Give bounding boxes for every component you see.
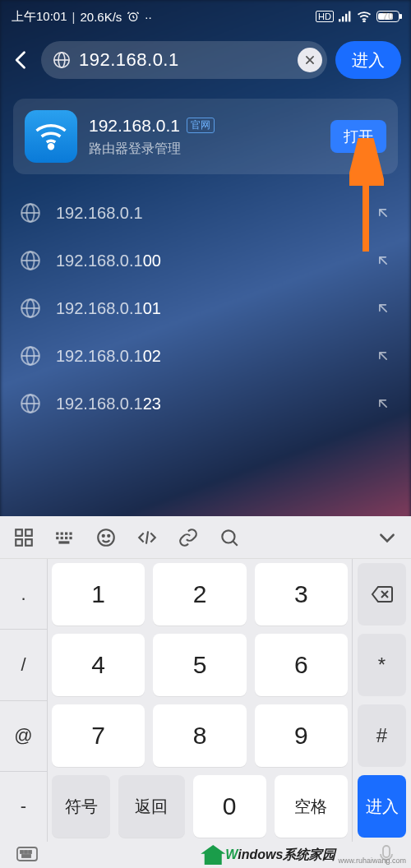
numeric-keyboard: ./@- 123456789 符号 返回 0 空格 * # 进入 [0, 516, 411, 868]
address-bar-row: 192.168.0.1 进入 [0, 33, 411, 87]
enter-key-side[interactable]: 进入 [358, 775, 406, 838]
status-bar: 上午10:01 | 20.6K/s ·· HD 70 [0, 0, 411, 33]
fill-arrow-icon[interactable] [375, 395, 391, 412]
watermark: Windows系统家园 www.ruhaiwang.com [201, 845, 406, 865]
official-badge: 官网 [187, 118, 215, 133]
suggestion-item[interactable]: 192.168.0.100 [0, 237, 411, 284]
num-key-3[interactable]: 3 [255, 563, 348, 626]
signal-icon [339, 11, 352, 22]
num-key-2[interactable]: 2 [153, 563, 246, 626]
app-result-title: 192.168.0.1 [89, 116, 180, 136]
globe-icon [20, 202, 41, 224]
svg-rect-25 [61, 532, 63, 534]
keyboard-toolbar [0, 516, 411, 559]
svg-rect-39 [25, 851, 27, 853]
symbols-key[interactable]: 符号 [52, 775, 110, 838]
svg-point-35 [108, 534, 109, 536]
close-icon [304, 54, 316, 66]
backspace-key[interactable] [358, 563, 406, 626]
keyboard-layout-icon[interactable] [54, 527, 76, 548]
battery-indicator: 70 [376, 11, 399, 22]
hash-key[interactable]: # [358, 704, 406, 767]
fill-arrow-icon[interactable] [375, 205, 391, 221]
keyboard-switch-icon[interactable] [16, 847, 38, 863]
svg-rect-4 [349, 12, 350, 22]
globe-icon [53, 51, 71, 69]
svg-rect-2 [342, 16, 344, 21]
status-net-speed: 20.6K/s [80, 10, 122, 24]
app-result-card[interactable]: 192.168.0.1 官网 路由器登录管理 打开 [13, 99, 398, 174]
chevron-down-icon[interactable] [376, 527, 398, 548]
open-button[interactable]: 打开 [330, 120, 386, 153]
suggestion-item[interactable]: 192.168.0.1 [0, 189, 411, 237]
num-key-0[interactable]: 0 [193, 775, 266, 838]
address-field[interactable]: 192.168.0.1 [41, 41, 327, 79]
grid-icon[interactable] [13, 527, 35, 548]
num-key-5[interactable]: 5 [153, 634, 246, 696]
fill-arrow-icon[interactable] [375, 252, 391, 269]
svg-rect-29 [61, 536, 63, 538]
punct-key[interactable]: . [0, 559, 47, 630]
svg-rect-20 [16, 529, 22, 536]
svg-rect-21 [25, 529, 32, 536]
more-dots: ·· [145, 10, 151, 24]
svg-rect-32 [58, 541, 69, 543]
svg-rect-24 [56, 532, 58, 534]
globe-icon [20, 250, 41, 271]
svg-rect-31 [69, 536, 72, 538]
app-result-subtitle: 路由器登录管理 [89, 141, 319, 158]
num-key-4[interactable]: 4 [52, 634, 145, 696]
star-key[interactable]: * [358, 634, 406, 696]
suggestion-item[interactable]: 192.168.0.123 [0, 380, 411, 427]
svg-point-5 [363, 21, 365, 22]
svg-rect-41 [22, 855, 30, 857]
svg-rect-40 [29, 851, 31, 853]
globe-icon [20, 298, 41, 319]
suggestion-item[interactable]: 192.168.0.101 [0, 284, 411, 332]
search-icon[interactable] [219, 527, 240, 548]
svg-rect-38 [21, 851, 23, 853]
suggestion-list: 192.168.0.1 192.168.0.100 192.168.0.101 … [0, 189, 411, 427]
svg-rect-30 [65, 536, 67, 538]
svg-rect-22 [16, 539, 22, 546]
go-button[interactable]: 进入 [335, 41, 401, 79]
num-key-6[interactable]: 6 [255, 634, 348, 696]
back-icon[interactable] [10, 48, 33, 72]
fill-arrow-icon[interactable] [375, 348, 391, 364]
suggestion-text: 192.168.0.102 [56, 347, 360, 366]
clear-button[interactable] [298, 48, 322, 72]
svg-point-8 [49, 145, 53, 149]
svg-rect-23 [25, 539, 32, 546]
address-text: 192.168.0.1 [79, 49, 289, 71]
backspace-icon [371, 585, 394, 603]
hd-indicator: HD [316, 11, 334, 22]
punct-key[interactable]: - [0, 772, 47, 842]
alarm-icon [127, 10, 140, 23]
svg-rect-26 [65, 532, 67, 534]
punct-key[interactable]: / [0, 630, 47, 700]
suggestion-text: 192.168.0.101 [56, 299, 360, 318]
svg-rect-3 [345, 14, 347, 22]
num-key-1[interactable]: 1 [52, 563, 145, 626]
num-key-8[interactable]: 8 [153, 704, 246, 767]
link-icon[interactable] [178, 527, 199, 548]
fill-arrow-icon[interactable] [375, 300, 391, 316]
code-icon[interactable] [136, 527, 158, 548]
wifi-app-icon [25, 110, 77, 163]
num-key-9[interactable]: 9 [255, 704, 348, 767]
smiley-icon[interactable] [95, 527, 117, 548]
svg-rect-1 [339, 19, 340, 21]
punct-key[interactable]: @ [0, 701, 47, 772]
svg-rect-37 [17, 847, 37, 861]
svg-point-34 [103, 534, 104, 536]
num-key-7[interactable]: 7 [52, 704, 145, 767]
suggestion-text: 192.168.0.100 [56, 252, 360, 270]
svg-rect-27 [69, 532, 72, 534]
space-key[interactable]: 空格 [275, 775, 348, 838]
wifi-icon [357, 11, 372, 22]
svg-rect-28 [56, 536, 58, 538]
house-icon [201, 845, 225, 865]
suggestion-item[interactable]: 192.168.0.102 [0, 332, 411, 380]
globe-icon [20, 393, 41, 414]
return-key[interactable]: 返回 [118, 775, 184, 838]
